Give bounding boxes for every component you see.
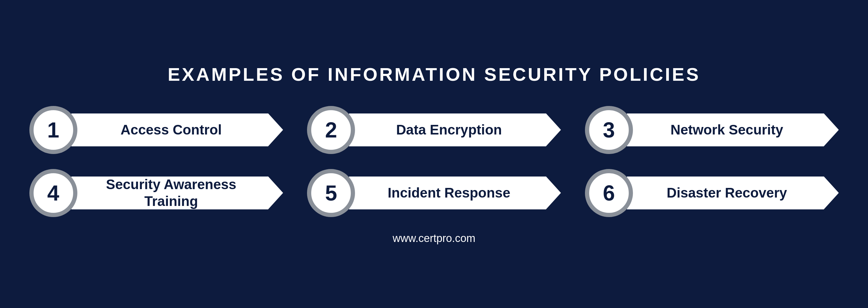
- circle-6: 6: [585, 169, 633, 217]
- label-4: Security Awareness Training: [80, 176, 262, 209]
- circle-2: 2: [307, 106, 355, 154]
- item-4: 4 Security Awareness Training: [29, 169, 283, 217]
- banner-5: Incident Response: [349, 176, 561, 209]
- circle-4: 4: [29, 169, 78, 217]
- label-1: Access Control: [121, 121, 222, 138]
- website-label: www.certpro.com: [393, 232, 475, 245]
- number-3: 3: [603, 118, 615, 142]
- item-2: 2 Data Encryption: [307, 106, 561, 154]
- label-5: Incident Response: [388, 185, 510, 201]
- number-2: 2: [325, 118, 337, 142]
- number-1: 1: [47, 118, 59, 142]
- number-4: 4: [47, 181, 59, 205]
- banner-3: Network Security: [627, 113, 839, 146]
- banner-4: Security Awareness Training: [71, 176, 283, 209]
- items-grid: 1 Access Control 2 Data Encryption 3 Net…: [29, 106, 839, 217]
- circle-5: 5: [307, 169, 355, 217]
- banner-1: Access Control: [71, 113, 283, 146]
- banner-6: Disaster Recovery: [627, 176, 839, 209]
- item-5: 5 Incident Response: [307, 169, 561, 217]
- label-3: Network Security: [671, 121, 783, 138]
- page-title: EXAMPLES OF INFORMATION SECURITY POLICIE…: [167, 64, 701, 85]
- circle-3: 3: [585, 106, 633, 154]
- number-6: 6: [603, 181, 615, 205]
- circle-1: 1: [29, 106, 78, 154]
- label-6: Disaster Recovery: [666, 185, 787, 201]
- label-2: Data Encryption: [396, 121, 502, 138]
- banner-2: Data Encryption: [349, 113, 561, 146]
- item-6: 6 Disaster Recovery: [585, 169, 839, 217]
- number-5: 5: [325, 181, 337, 205]
- item-3: 3 Network Security: [585, 106, 839, 154]
- item-1: 1 Access Control: [29, 106, 283, 154]
